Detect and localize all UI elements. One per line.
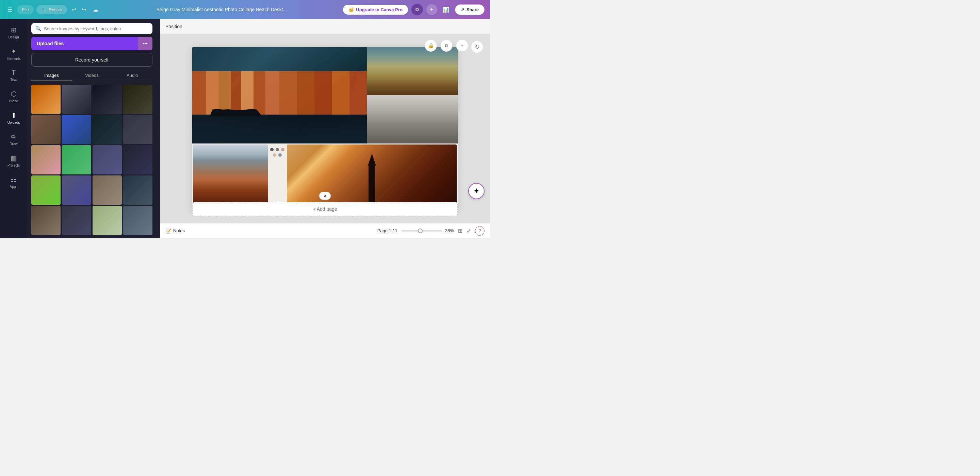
sidebar-item-projects[interactable]: ▦ Projects [2,151,25,171]
right-bot-overlay [367,95,458,143]
list-item[interactable] [123,175,153,205]
upgrade-button[interactable]: 👑 Upgrade to Canva Pro [343,5,408,14]
avatar[interactable]: D [411,4,423,15]
upload-files-group: Upload files ••• [31,37,153,50]
zoom-control: 38% [401,228,454,233]
dot-1 [270,148,274,151]
sidebar-item-apps[interactable]: ⚏ Apps [2,172,25,192]
notes-icon: 📝 [165,228,171,233]
collage-right-bottom-image[interactable] [367,95,458,143]
right-top-overlay [367,47,458,95]
list-item[interactable] [123,85,153,114]
list-item[interactable] [123,145,153,175]
dot-3 [281,148,285,151]
collage-bottom-left-image[interactable] [193,144,268,209]
list-item[interactable] [62,115,91,144]
zoom-slider[interactable] [401,230,442,232]
rotate-canvas-button[interactable]: ↻ [471,41,483,53]
list-item[interactable] [62,145,91,175]
list-item[interactable] [92,145,122,175]
topbar-left: ☰ File 🔧 Resize ↩ ↪ ☁ [5,5,100,14]
list-item[interactable] [62,175,91,205]
file-label: File [22,7,29,12]
sidebar-item-brand[interactable]: ⬡ Brand [2,86,25,106]
list-item[interactable] [31,115,60,144]
add-collaborator-button[interactable]: + [426,4,437,15]
notes-button[interactable]: 📝 Notes [165,228,185,233]
dot-4 [273,153,276,157]
add-page-container: + Add page [192,202,458,216]
undo-button[interactable]: ↩ [70,5,78,14]
sidebar-label-text: Text [11,78,17,82]
magic-assistant-button[interactable]: ✦ [468,183,485,199]
cloud-save-button[interactable]: ☁ [91,5,100,14]
record-yourself-button[interactable]: Record yourself [31,53,153,67]
list-item[interactable] [92,206,122,235]
search-input[interactable] [44,26,148,31]
panel-resize-handle[interactable]: · · · [156,19,160,238]
file-button[interactable]: File [17,5,34,14]
grid-view-button[interactable]: ⊞ [458,227,463,234]
topbar-right: 👑 Upgrade to Canva Pro D + 📊 ↗ Share [343,4,485,15]
upload-files-button[interactable]: Upload files [31,37,138,50]
expand-canvas-button[interactable]: + [456,40,468,52]
list-item[interactable] [31,85,60,114]
text-icon: T [11,69,16,76]
elements-icon: ✦ [11,47,17,56]
color-dots [269,148,286,157]
lock-canvas-button[interactable]: 🔒 [425,40,437,52]
topbar-center: Beige Gray Minimalist Aesthetic Photo Co… [105,7,339,12]
sidebar-item-elements[interactable]: ✦ Elements [2,44,25,64]
collage-row1 [192,47,458,143]
analytics-button[interactable]: 📊 [441,5,452,14]
bar-chart-icon: 📊 [443,7,450,13]
sidebar-item-text[interactable]: T Text [2,65,25,85]
apps-icon: ⚏ [11,175,17,184]
menu-button[interactable]: ☰ [5,5,14,14]
fullscreen-button[interactable]: ⤢ [466,227,471,234]
list-item[interactable] [123,115,153,144]
list-item[interactable] [92,115,122,144]
collage-main-image[interactable] [192,47,367,143]
collage-right-top-image[interactable] [367,47,458,95]
topbar: ☰ File 🔧 Resize ↩ ↪ ☁ Beige Gray Minimal… [0,0,490,19]
list-item[interactable] [31,145,60,175]
dot-5 [278,153,282,157]
add-page-button[interactable]: + Add page [192,202,458,216]
search-bar: 🔍 [31,23,153,34]
tab-images[interactable]: Images [31,70,72,81]
list-item[interactable] [123,206,153,235]
collage-row2 [192,143,458,210]
icon-sidebar: ⊞ Design ✦ Elements T Text ⬡ Brand ⬆ Upl… [0,19,27,238]
position-label: Position [165,24,182,29]
list-item[interactable] [31,206,60,235]
sidebar-label-brand: Brand [9,99,18,103]
collage-canvas[interactable] [192,47,458,210]
crown-icon: 👑 [348,7,354,12]
list-item[interactable] [62,85,91,114]
zoom-thumb[interactable] [418,228,423,233]
document-title: Beige Gray Minimalist Aesthetic Photo Co… [156,7,287,12]
resize-button[interactable]: 🔧 Resize [37,5,67,14]
show-pages-button[interactable]: ∧ [319,192,331,200]
redo-button[interactable]: ↪ [80,5,88,14]
tab-videos[interactable]: Videos [72,70,112,81]
brand-icon: ⬡ [11,90,17,98]
list-item[interactable] [31,175,60,205]
list-item[interactable] [92,85,122,114]
uploads-panel: 🔍 Upload files ••• Record yourself Image… [27,19,156,238]
sidebar-item-draw[interactable]: ✏ Draw [2,129,25,149]
share-button[interactable]: ↗ Share [455,5,485,15]
main-content: ⊞ Design ✦ Elements T Text ⬡ Brand ⬆ Upl… [0,19,490,238]
show-pages-container: ∧ [319,192,331,200]
list-item[interactable] [62,206,91,235]
share-label: Share [466,7,479,12]
help-button[interactable]: ? [475,226,485,236]
tab-audio[interactable]: Audio [112,70,153,81]
sidebar-item-uploads[interactable]: ⬆ Uploads [2,108,25,128]
sidebar-item-design[interactable]: ⊞ Design [2,22,25,43]
copy-canvas-button[interactable]: ⧉ [440,40,453,52]
collage-bottom-right-image[interactable] [287,144,457,209]
upload-more-button[interactable]: ••• [138,37,153,50]
list-item[interactable] [92,175,122,205]
